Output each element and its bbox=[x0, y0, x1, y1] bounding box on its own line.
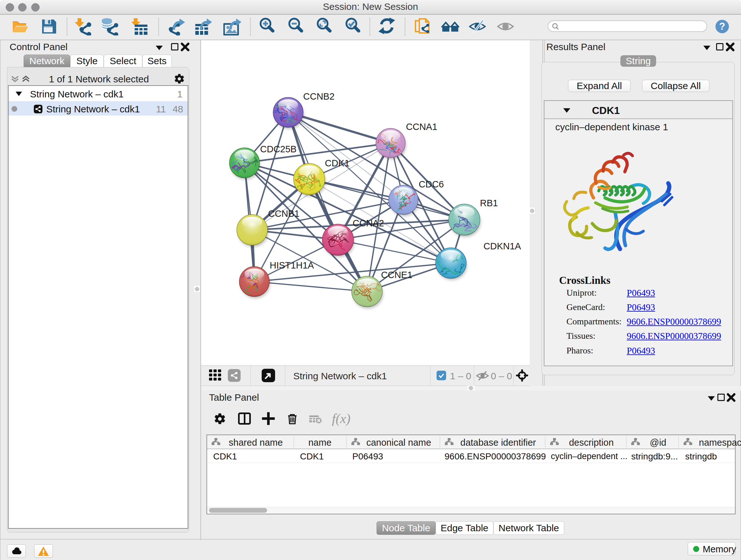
svg-text:CDC6: CDC6 bbox=[419, 179, 444, 189]
svg-text:CCNA1: CCNA1 bbox=[406, 122, 437, 132]
svg-text:RB1: RB1 bbox=[480, 198, 498, 208]
svg-text:HIST1H1A: HIST1H1A bbox=[270, 260, 314, 270]
svg-text:CCNB1: CCNB1 bbox=[268, 208, 299, 219]
svg-text:CDKN1A: CDKN1A bbox=[483, 241, 521, 251]
svg-text:CCNE1: CCNE1 bbox=[381, 270, 412, 280]
svg-text:CDC25B: CDC25B bbox=[260, 144, 296, 154]
svg-text:CCNB2: CCNB2 bbox=[303, 91, 334, 102]
svg-text:CCNA2: CCNA2 bbox=[353, 218, 384, 228]
svg-text:CDK1: CDK1 bbox=[325, 158, 349, 168]
